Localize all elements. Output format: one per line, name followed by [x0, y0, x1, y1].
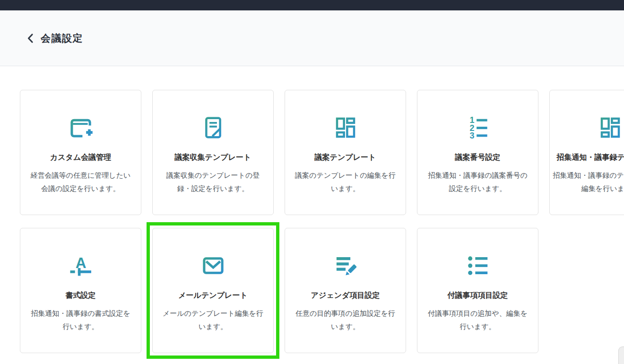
card-description: 議案のテンプレートの編集を行います。: [285, 169, 406, 195]
numbered-list-icon: 1 2 3: [465, 114, 491, 141]
floating-widget[interactable]: [618, 347, 624, 364]
document-template-icon: [200, 114, 226, 141]
card-description: メールのテンプレート編集を行います。: [153, 307, 273, 333]
edit-list-icon: [333, 252, 358, 279]
card-title: カスタム会議管理: [50, 153, 112, 163]
card-title: 議案番号設定: [455, 153, 501, 163]
card-notice-minutes-template[interactable]: 招集通知・議事録テンプレート 招集通知・議事録のテンプレートの 編集を行います。: [549, 90, 624, 215]
page-title: 会議設定: [41, 32, 83, 45]
font-format-icon: A: [68, 252, 94, 279]
card-mail-template[interactable]: メールテンプレート メールのテンプレート編集を行います。: [152, 228, 274, 353]
card-title: 付議事項項目設定: [448, 291, 508, 301]
card-description: 招集通知・議事録の書式設定を行います。: [20, 307, 141, 333]
dashboard-icon: [333, 114, 358, 141]
card-title: アジェンダ項目設定: [311, 291, 380, 301]
card-title: 招集通知・議事録テンプレート: [557, 153, 624, 163]
settings-grid: カスタム会議管理 経営会議等の任意に管理したい会議の設定を行います。 議案収集テ…: [0, 66, 624, 353]
page-header: 会議設定: [0, 10, 624, 66]
card-title: 議案収集テンプレート: [175, 153, 251, 163]
card-agenda-collection-template[interactable]: 議案収集テンプレート 議案収集のテンプレートの登録・設定を行います。: [152, 90, 274, 215]
card-custom-meeting-management[interactable]: カスタム会議管理 経営会議等の任意に管理したい会議の設定を行います。: [20, 90, 141, 215]
card-title: 議案テンプレート: [315, 153, 376, 163]
card-referral-item-settings[interactable]: 付議事項項目設定 付議事項項目の追加や、編集を行います。: [417, 228, 538, 353]
card-agenda-number-settings[interactable]: 1 2 3 議案番号設定 招集通知・議事録の議案番号の設定を行います。: [417, 90, 538, 215]
card-title: 書式設定: [66, 291, 96, 301]
top-navigation-bar: [0, 0, 624, 10]
dashboard-icon: [598, 114, 623, 141]
card-title: メールテンプレート: [178, 291, 248, 301]
card-agenda-template[interactable]: 議案テンプレート 議案のテンプレートの編集を行います。: [285, 90, 406, 215]
card-description: 議案収集のテンプレートの登録・設定を行います。: [153, 169, 273, 195]
card-description: 任意の目的事項の追加設定を行います。: [285, 307, 406, 333]
card-description: 経営会議等の任意に管理したい会議の設定を行います。: [20, 169, 141, 195]
back-button[interactable]: 会議設定: [26, 32, 83, 45]
svg-text:3: 3: [469, 131, 474, 140]
bulleted-list-icon: [465, 252, 491, 279]
svg-text:A: A: [75, 254, 86, 271]
card-description: 招集通知・議事録の議案番号の設定を行います。: [417, 169, 538, 195]
cards-row-1: カスタム会議管理 経営会議等の任意に管理したい会議の設定を行います。 議案収集テ…: [20, 90, 624, 215]
cards-row-2: A 書式設定 招集通知・議事録の書式設定を行います。 メールテンプレート メ: [20, 228, 624, 353]
card-description: 付議事項項目の追加や、編集を行います。: [417, 307, 538, 333]
mail-icon: [200, 252, 226, 279]
card-format-settings[interactable]: A 書式設定 招集通知・議事録の書式設定を行います。: [20, 228, 141, 353]
card-description: 招集通知・議事録のテンプレートの 編集を行います。: [552, 169, 624, 195]
window-plus-icon: [68, 114, 94, 141]
chevron-left-icon: [26, 33, 34, 43]
card-agenda-item-settings[interactable]: アジェンダ項目設定 任意の目的事項の追加設定を行います。: [285, 228, 406, 353]
